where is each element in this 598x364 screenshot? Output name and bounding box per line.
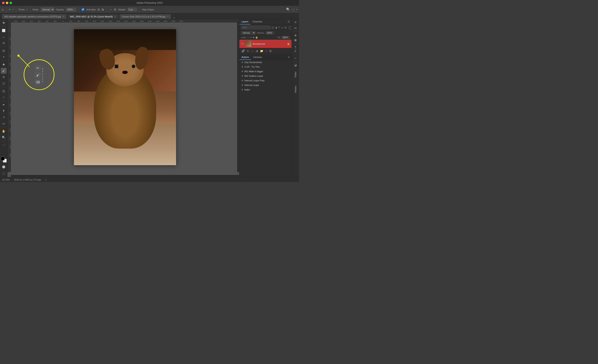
crop-tool[interactable]: ⊡ [1,48,7,54]
panel-menu-icon[interactable]: ☰ [287,20,290,24]
filter-type-icon[interactable]: ⊡ [272,26,274,29]
horizontal-scrollbar[interactable] [11,175,239,177]
foreground-color[interactable] [1,157,5,161]
eraser-tool[interactable]: ◻ [1,80,7,86]
3d-sidebar-icon[interactable]: ◪ [294,63,297,67]
action-item-001[interactable]: 001 Make it bigger [239,69,291,74]
add-group-btn[interactable]: 📁 [259,49,264,53]
tab-2-close[interactable]: ✕ [114,15,116,18]
layers-search-input[interactable] [241,26,270,29]
tabs-overflow[interactable]: » [172,16,176,19]
close-button[interactable] [2,2,5,4]
fx-btn[interactable]: fx [247,49,249,53]
character-icon2[interactable]: Ā [294,50,296,53]
color-swatch-container [1,157,7,162]
mode-select[interactable]: Normal [41,8,54,12]
type-tool[interactable]: T [1,108,7,114]
layers-tab[interactable]: Layers [239,19,250,24]
tab-2[interactable]: IMG_3400.HEIC @ 33.3% (Quick Mask/8) ✕ [67,14,119,19]
maximize-button[interactable] [9,2,12,4]
ruler-mark: 1600 [122,20,130,22]
lock-pixels-icon[interactable]: ⬚ [247,36,249,39]
gradient-tool[interactable]: ◫ [1,88,7,94]
shape-tool[interactable]: ▭ [1,121,7,126]
action-item-2up[interactable]: 2Up Screenshots [239,60,291,65]
action-item-internal-loupe[interactable]: Internal Loupe [239,83,291,87]
clone-stamp-tool[interactable]: ⎘ [1,74,7,80]
libraries-tab[interactable]: Libraries [251,55,264,60]
lasso-tool[interactable]: ⌓ [1,34,7,40]
quick-select-tool[interactable]: ⊙ [1,40,7,46]
filter-adj-icon[interactable]: ◑ [275,26,277,29]
filter-smart-icon[interactable]: ⊛ [284,26,287,29]
heal-brush-tool[interactable]: ✚ [1,62,7,67]
tab-2-label: IMG_3400.HEIC @ 33.3% (Quick Mask/8) [70,15,113,18]
properties-sidebar-icon[interactable]: ◈ [294,33,297,37]
opacity-label: Opacity: [257,32,265,34]
adj-sidebar-icon[interactable]: ◉ [294,38,297,42]
add-adjustment-btn[interactable]: ◑ [255,49,258,53]
main-layout: ✥ ⬜ ⌓ ⊙ ⊡ ⌖ ✚ 🖌 ⎘ ◻ ◫ ○ ✒ T ↗ ▭ ✋ 🔍 ⋯ ⬤ … [0,19,299,177]
adjustments-icon2[interactable]: Ai [294,26,297,30]
opacity-input[interactable] [66,8,76,11]
hand-tool[interactable]: ✋ [1,128,7,134]
divider [139,8,140,12]
layers-mode-select[interactable]: Normal [241,31,256,35]
transform-sidebar-icon[interactable]: ✂ [294,57,297,60]
opacity-value-input[interactable] [266,31,274,34]
popup-num-1: 8 [42,68,43,70]
canvas-image[interactable] [74,29,176,165]
sun-icon[interactable]: ☀ [294,20,297,24]
mode-label: Mode: [33,8,39,11]
tab-3-label: Screen Shot 2020-10-21 at 2.30.24 PM.jpg [122,15,165,18]
move-tool[interactable]: ✥ [1,20,7,26]
history-label[interactable]: History [294,86,297,93]
actions-tab[interactable]: Actions [239,55,251,60]
paragraph-icon2[interactable]: ¶ [295,45,296,49]
layer-visibility-icon[interactable]: 👁 [241,42,244,45]
search-icon[interactable]: 🔍 [286,8,290,11]
paths-label[interactable]: Paths [294,72,297,77]
fill-value-input[interactable] [282,36,290,39]
status-arrow[interactable]: > [45,178,47,181]
pen-tool[interactable]: ✒ [1,102,7,108]
minimize-button[interactable] [6,2,8,4]
tool-icon-extra: ▾ [12,8,14,11]
eyedropper-tool[interactable]: ⌖ [1,54,7,60]
tab-1-close[interactable]: ✕ [63,15,64,18]
tab-3-close[interactable]: ✕ [167,15,169,18]
opacity-label: Opacity: [56,8,64,11]
channels-tab[interactable]: Channels [250,19,264,24]
tab-3[interactable]: Screen Shot 2020-10-21 at 2.30.24 PM.jpg… [119,14,171,19]
background-layer[interactable]: 👁 Background 🔒 [239,40,291,48]
action-triangle-icon [242,89,243,90]
vertical-scrollbar[interactable] [237,22,239,172]
anti-alias-checkbox[interactable] [82,8,84,11]
zoom-tool[interactable]: 🔍 [1,135,7,140]
brush-tool[interactable]: 🖌 [1,68,7,74]
filter-shape-icon[interactable]: ▭ [281,26,283,29]
action-item-internal-loupe-prep[interactable]: Internal Loupe Prep [239,78,291,83]
actions-menu-btn[interactable]: ☰ [286,55,291,60]
lock-artboard-icon[interactable]: ✚ [252,36,254,39]
delete-layer-btn[interactable]: 🗑 [269,49,272,53]
action-item-index[interactable]: Index [239,87,291,92]
screen-mode-btn[interactable]: ⬚ [1,170,7,176]
path-select-tool[interactable]: ↗ [1,114,7,120]
weight-input[interactable] [127,8,137,11]
lock-position-icon[interactable]: ✏ [250,36,252,39]
extras-tool[interactable]: ⋯ [1,142,7,148]
quick-mask-btn[interactable]: ⬤ [1,164,7,170]
filter-text-icon[interactable]: T [278,26,280,29]
lock-all-icon[interactable]: 🔒 [255,36,258,39]
tab-1[interactable]: 002-disable-automatic-wireless-connectio… [2,14,67,19]
add-mask-btn[interactable]: ⬚ [251,49,254,53]
workspace-icon[interactable]: ⬚ [292,8,295,11]
add-layer-btn[interactable]: + [265,49,267,53]
dodge-tool[interactable]: ○ [1,94,7,100]
rectangle-select-tool[interactable]: ⬜ [1,28,7,33]
action-item-3up[interactable]: 3 UP - Try This [239,65,291,69]
link-layers-btn[interactable]: 🔗 [241,49,245,53]
action-item-002[interactable]: 002 Outline Loupe [239,74,291,78]
home-icon[interactable]: ⌂ [2,8,4,11]
